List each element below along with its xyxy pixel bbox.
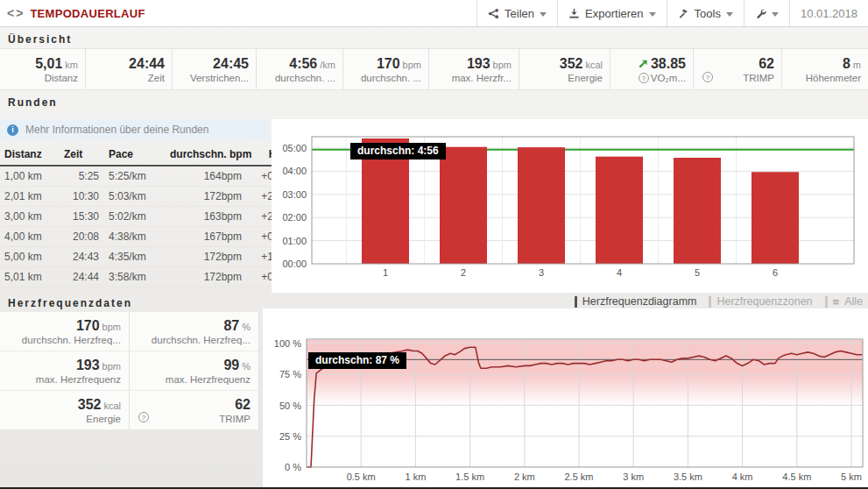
svg-text:75 %: 75 % [279, 369, 301, 379]
lap-avg-bpm: 167bpm [168, 227, 243, 247]
lap-row[interactable]: 4,00 km 20:08 4:38/km 167bpm +0/-5 [0, 227, 293, 247]
lap-row[interactable]: 2,01 km 10:30 5:03/km 172bpm +2/-0 [0, 187, 293, 207]
stat-unit: bpm [102, 361, 121, 372]
tools-menu-button[interactable]: Tools [667, 0, 744, 26]
svg-text:2 km: 2 km [514, 471, 535, 482]
list-icon: ≡ [833, 296, 840, 308]
stat-unit: % [242, 322, 251, 332]
svg-text:4.5 km: 4.5 km [782, 471, 811, 482]
column-header-distance: Distanz [0, 145, 55, 166]
stat-unit: bpm [102, 322, 121, 332]
tab-active-marker [575, 296, 577, 308]
lap-distance: 5,00 km [0, 247, 55, 267]
tab-label: Herzfrequenzzonen [716, 295, 812, 308]
stat-distance: 5,01km Distanz [0, 49, 86, 89]
svg-text:4 km: 4 km [732, 471, 753, 482]
svg-text:3.5 km: 3.5 km [674, 471, 702, 482]
help-icon[interactable]: ? [702, 72, 713, 82]
stat-label: durchschn. ... [361, 73, 421, 83]
column-header-avg-bpm: durchschn. bpm [168, 145, 243, 166]
lap-pace: 4:38/km [101, 227, 168, 247]
stat-unit: m [853, 60, 861, 70]
stat-label: VO₂m... [651, 73, 686, 83]
svg-text:3: 3 [539, 267, 544, 278]
stat-ascent: 8m Höhenmeter [782, 49, 868, 89]
exercise-nav: < > [0, 7, 30, 19]
tab-label: Alle [844, 295, 863, 308]
hr-stat-avg-bpm: 170bpm durchschn. Herzfreq... [0, 312, 130, 351]
stat-value: 170 [377, 56, 400, 72]
svg-text:100 %: 100 % [274, 338, 301, 349]
hr-chart-panel: 0 %25 %50 %75 %100 %0.5 km1 km1.5 km2 km… [263, 308, 868, 489]
lap-row[interactable]: 3,00 km 15:30 5:02/km 163bpm +2/-0 [0, 207, 293, 227]
svg-text:2: 2 [461, 267, 466, 278]
hr-percent-line-chart[interactable]: 0 %25 %50 %75 %100 %0.5 km1 km1.5 km2 km… [263, 308, 868, 489]
stat-value: 193 [467, 56, 490, 72]
prev-exercise-button[interactable]: < [7, 7, 14, 19]
svg-text:6: 6 [773, 267, 778, 278]
stat-label: Energie [568, 73, 603, 83]
share-menu-button[interactable]: Teilen [476, 0, 557, 26]
svg-text:01:00: 01:00 [282, 236, 307, 246]
svg-text:02:00: 02:00 [282, 212, 307, 223]
stat-value: 24:44 [129, 56, 165, 72]
laps-table: Distanz Zeit Pace durchschn. bpm Hm 1,00… [0, 145, 293, 287]
tab-marker [825, 296, 828, 308]
tools-menu-label: Tools [695, 7, 721, 20]
stat-value: 193 [76, 358, 100, 373]
stat-unit: % [242, 361, 251, 372]
svg-text:4: 4 [617, 267, 622, 278]
help-icon[interactable]: ? [138, 412, 149, 422]
lap-avg-bpm: 163bpm [168, 207, 243, 227]
stat-value: 170 [76, 318, 100, 334]
chevron-down-icon [540, 12, 547, 17]
svg-text:1.5 km: 1.5 km [455, 471, 484, 482]
laps-info-banner[interactable]: i Mehr Informationen über deine Runden [0, 119, 270, 140]
lap-time: 10:30 [55, 187, 101, 207]
lap-row[interactable]: 5,00 km 24:43 4:35/km 172bpm +1/-0 [0, 247, 293, 267]
exercise-title: TEMPODAUERLAUF [30, 7, 145, 20]
stat-label: Höhenmeter [806, 73, 861, 83]
tab-marker [709, 296, 711, 308]
tools-icon [678, 8, 689, 19]
hr-stat-max-bpm: 193bpm max. Herzfrequenz [0, 351, 130, 391]
lap-time: 15:30 [55, 207, 101, 227]
stat-label: durchschn. Herzfreq... [22, 335, 121, 345]
export-menu-button[interactable]: Exportieren [557, 0, 666, 26]
stat-unit: kcal [585, 60, 603, 70]
hr-stat-avg-percent: 87% durchschn. Herzfreq... [130, 312, 259, 351]
lap-distance: 4,00 km [0, 227, 55, 247]
tab-hr-diagram[interactable]: Herzfrequenzdiagramm [575, 295, 697, 308]
svg-text:03:00: 03:00 [282, 189, 307, 200]
stat-label: max. Herzfrequenz [36, 374, 121, 385]
stat-value: 4:56 [289, 56, 317, 72]
lap-row[interactable]: 5,01 km 24:44 3:58/km 172bpm +0/-0 [0, 267, 293, 287]
top-bar: < > TEMPODAUERLAUF Teilen Exportieren To… [0, 0, 868, 27]
lap-row[interactable]: 1,00 km 5:25 5:25/km 164bpm +0/-4 [0, 166, 293, 187]
help-icon[interactable]: ? [639, 73, 649, 83]
lap-avg-bpm: 172bpm [168, 267, 243, 287]
lap-time: 24:44 [55, 267, 101, 287]
settings-menu-button[interactable] [744, 0, 789, 26]
overview-section-title: Übersicht [8, 33, 72, 46]
svg-text:00:00: 00:00 [282, 259, 307, 269]
lap-time: 20:08 [55, 227, 101, 247]
svg-text:25 %: 25 % [279, 431, 301, 442]
tab-all[interactable]: ≡ Alle [825, 295, 863, 308]
chevron-down-icon [726, 12, 733, 17]
svg-text:3 km: 3 km [623, 471, 644, 482]
chevron-down-icon [772, 12, 779, 17]
lap-pace: 4:35/km [101, 247, 168, 267]
next-exercise-button[interactable]: > [16, 7, 23, 19]
tab-hr-zones[interactable]: Herzfrequenzzonen [709, 295, 812, 308]
svg-text:0 %: 0 % [285, 462, 301, 472]
tab-label: Herzfrequenzdiagramm [582, 295, 697, 308]
lap-time: 24:43 [55, 247, 101, 267]
lap-pace: 5:03/km [101, 187, 168, 207]
stat-value: 8 [843, 56, 850, 72]
lap-avg-bpm: 172bpm [168, 247, 243, 267]
stat-value: 99 [223, 358, 239, 373]
stat-value: 87 [223, 318, 239, 334]
svg-text:04:00: 04:00 [282, 166, 307, 176]
laps-info-text: Mehr Informationen über deine Runden [25, 124, 208, 136]
